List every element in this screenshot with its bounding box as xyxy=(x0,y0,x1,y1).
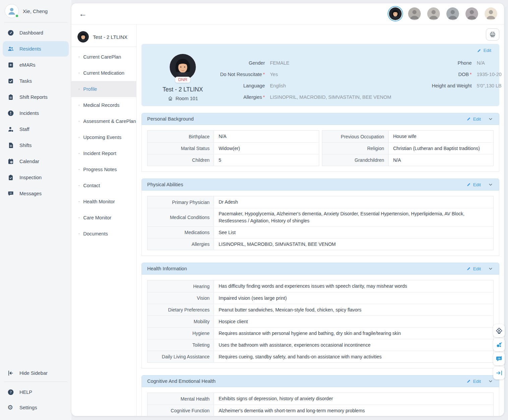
sidebar-item-shift-reports[interactable]: Shift Reports xyxy=(3,89,69,105)
row-value: Has difficulty finding words and experie… xyxy=(214,280,493,292)
user-name: Xie, Cheng xyxy=(23,8,48,14)
brand-diamond-button[interactable] xyxy=(493,324,505,337)
resident-avatar-strip xyxy=(389,7,497,20)
nav-item-incident-report[interactable]: · Incident Report xyxy=(71,145,136,161)
nav-item-progress-notes[interactable]: · Progress Notes xyxy=(71,161,136,178)
resident-avatar-2[interactable] xyxy=(408,7,421,20)
sidebar-item-incidents[interactable]: Incidents xyxy=(3,106,69,121)
patient-room: Room 101 xyxy=(168,96,198,101)
resident-avatar-1[interactable] xyxy=(389,7,402,20)
table-row: Allergies LISINOPRIL, MACROBID, SIMVASTA… xyxy=(148,238,493,250)
edit-button[interactable]: Edit xyxy=(466,117,481,122)
nav-item-current-careplan[interactable]: · Current CarePlan xyxy=(71,49,136,65)
app-root: { "user": { "name": "Xie, Cheng" }, "sid… xyxy=(0,0,508,420)
ai-bubbles-icon xyxy=(496,341,503,348)
section-body: Mental Health Exhibits signs of depressi… xyxy=(142,387,499,416)
settings-button[interactable]: ⚙ Settings xyxy=(3,400,69,415)
chevron-down-icon[interactable] xyxy=(488,116,494,122)
resident-nav-items: · Current CarePlan · Current Medication … xyxy=(71,49,136,242)
nav-item-upcoming-events[interactable]: · Upcoming Events xyxy=(71,129,136,145)
pencil-icon xyxy=(466,379,471,383)
bullet-glyph: · xyxy=(78,199,80,205)
nav-item-contact[interactable]: · Contact xyxy=(71,178,136,194)
resident-nav-header: Test - 2 LTLINX xyxy=(71,29,136,47)
patient-fields-right: Phone N/A DOB* 1935-10-20 Height and Wei… xyxy=(391,59,502,100)
detail-table: Mental Health Exhibits signs of depressi… xyxy=(147,393,494,416)
field-do-not-resuscitate: Do Not Resuscitate* Yes xyxy=(218,71,391,78)
dnr-badge: DNR xyxy=(175,77,190,83)
chevron-down-icon[interactable] xyxy=(488,266,494,272)
nav-item-documents[interactable]: · Documents xyxy=(71,226,136,242)
sidebar-item-shifts[interactable]: Shifts xyxy=(3,138,69,153)
sidebar-item-tasks[interactable]: Tasks xyxy=(3,73,69,89)
section-physical-abilities: Physical Abilities Edit Primary Physicia… xyxy=(142,179,499,256)
table-row: Medical Conditions Pacemaker, Hypoglycem… xyxy=(148,208,493,226)
sidebar-item-residents[interactable]: Residents xyxy=(3,41,69,57)
table-row: Grandchildren N/A xyxy=(322,154,494,166)
edit-button[interactable]: Edit xyxy=(466,266,481,271)
help-button[interactable]: ? HELP xyxy=(3,384,69,400)
print-button[interactable] xyxy=(486,28,499,41)
edit-button[interactable]: Edit xyxy=(466,379,481,384)
sidebar-item-emars[interactable]: eMARs xyxy=(3,57,69,73)
scrollbar-track[interactable] xyxy=(505,7,506,412)
bullet-glyph: · xyxy=(78,166,80,172)
field-gender: Gender FEMALE xyxy=(218,59,391,67)
field-value: English xyxy=(270,82,286,90)
field-label: Height and Weight xyxy=(391,82,472,90)
field-label: Do Not Resuscitate* xyxy=(218,71,265,78)
user-profile[interactable]: Xie, Cheng xyxy=(3,3,69,21)
row-label: Religion xyxy=(322,143,389,154)
nav-item-assessment-careplan[interactable]: · Assessment & CarePlan xyxy=(71,113,136,129)
ai-bubbles-button[interactable] xyxy=(493,338,505,351)
nav-item-health-monitor[interactable]: · Health Monitor xyxy=(71,194,136,210)
table-row: Cognitive Function Alzheimer's dementia … xyxy=(148,405,493,416)
sidebar-item-staff[interactable]: Staff xyxy=(3,122,69,137)
divider xyxy=(4,22,67,22)
bullet-glyph: · xyxy=(78,150,80,156)
bullet-glyph: · xyxy=(78,118,80,124)
sidebar-item-inspection[interactable]: Inspection xyxy=(3,170,69,185)
edit-button[interactable]: Edit xyxy=(477,48,491,53)
bullet-glyph: · xyxy=(78,70,80,76)
resident-avatar-6[interactable] xyxy=(485,7,497,20)
section-header: Health Information Edit xyxy=(142,263,499,275)
section-title: Cognitive And Emotional Health xyxy=(147,378,216,384)
nav-item-current-medication[interactable]: · Current Medication xyxy=(71,65,136,81)
pencil-icon xyxy=(466,182,471,187)
sidebar-item-dashboard[interactable]: Dashboard xyxy=(3,25,69,41)
hide-sidebar-button[interactable]: Hide Sidebar xyxy=(3,365,69,381)
residents-icon xyxy=(7,46,14,52)
brand-diamond-icon xyxy=(496,327,503,334)
required-marker: * xyxy=(263,94,265,100)
edit-button[interactable]: Edit xyxy=(466,182,481,187)
nav-item-profile[interactable]: · Profile xyxy=(71,81,136,97)
row-value: Impaired vision (sees large print) xyxy=(214,292,493,304)
back-button[interactable]: ← xyxy=(79,10,87,18)
table-row: Birthplace N/A xyxy=(148,131,319,142)
topbar: ← xyxy=(71,3,504,24)
resident-avatar-5[interactable] xyxy=(465,7,478,20)
nav-item-care-monitor[interactable]: · Care Monitor xyxy=(71,210,136,226)
section-title: Health Information xyxy=(147,266,187,271)
detail-table: Birthplace N/A Marital Status Widow(er) … xyxy=(147,130,319,166)
chevron-down-icon[interactable] xyxy=(488,182,494,188)
nav-item-medical-records[interactable]: · Medical Records xyxy=(71,97,136,113)
row-value: Alzheimer's dementia with short-term and… xyxy=(214,405,493,416)
sidebar-item-messages[interactable]: Messages xyxy=(3,186,69,201)
floating-toolbar xyxy=(493,324,505,379)
sidebar-nav: Dashboard Residents eMARs Tasks Shift Re… xyxy=(3,25,69,201)
bullet-glyph: · xyxy=(78,134,80,140)
resident-avatar-4[interactable] xyxy=(446,7,459,20)
printer-icon xyxy=(489,31,496,38)
resident-avatar-3[interactable] xyxy=(427,7,440,20)
row-value: N/A xyxy=(214,131,319,142)
row-label: Grandchildren xyxy=(322,154,389,166)
patient-name: Test - 2 LTLINX xyxy=(163,86,203,93)
chevron-down-icon[interactable] xyxy=(488,378,494,384)
collapse-panel-button[interactable] xyxy=(493,366,505,379)
table-row: Medications See List xyxy=(148,226,493,238)
chat-insights-button[interactable] xyxy=(493,352,505,365)
table-row: Daily Living Assistance Requires cueing,… xyxy=(148,351,493,362)
sidebar-item-calendar[interactable]: Calendar xyxy=(3,154,69,169)
